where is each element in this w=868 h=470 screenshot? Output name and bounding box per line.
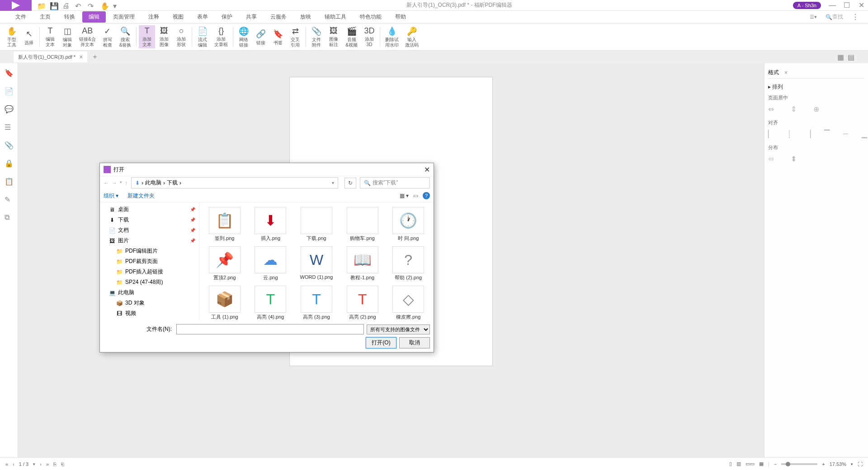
ribbon-添加图像[interactable]: 🖼添加 图像 [156,25,172,48]
minimize-button[interactable]: — [826,0,839,11]
search-box[interactable]: 🔍 查找 [821,12,847,22]
menu-主页[interactable]: 主页 [33,11,57,23]
menu-more-icon[interactable]: ⋮ [852,13,859,21]
menu-dropdown-icon[interactable]: ☰▾ [810,14,817,20]
preview-toggle-button[interactable]: ▭ [413,193,418,199]
form-icon[interactable]: 📋 [5,177,14,186]
redo-icon[interactable]: ↷ [88,2,95,9]
user-badge[interactable]: A - Sh3n [793,2,821,9]
open-icon[interactable]: 📁 [37,2,44,9]
menu-文件[interactable]: 文件 [9,11,33,23]
tree-item[interactable]: 💻此电脑 [100,287,199,298]
file-item[interactable]: ?帮助 (2).png [387,245,430,282]
page-indicator[interactable]: 1 / 3 [19,461,28,467]
ribbon-链接&合并文本[interactable]: AB链接&合 并文本 [76,25,99,48]
hand-icon[interactable]: ✋ [100,2,108,9]
view-continuous-icon[interactable]: ▥ [736,461,741,467]
ribbon-添加文章框[interactable]: {}添加 文章框 [212,25,231,48]
ribbon-输入激活码[interactable]: 🔑输入 激活码 [402,25,421,48]
tree-item[interactable]: 📄文档📌 [100,225,199,235]
attachments-icon[interactable]: 📎 [5,141,14,150]
sb-icon1[interactable]: ⎘ [53,461,57,467]
view-single-icon[interactable]: ▤ [848,53,854,61]
menu-视图[interactable]: 视图 [166,11,190,23]
save-icon[interactable]: 💾 [50,2,57,9]
nav-forward-icon[interactable]: → [112,180,117,186]
ribbon-交叉引用[interactable]: ⇄交叉 引用 [287,25,303,48]
tree-item[interactable]: 🖼图片📌 [100,235,199,246]
ribbon-网络链接[interactable]: 🌐网络 链接 [236,25,252,48]
undo-icon[interactable]: ↶ [75,2,82,9]
ribbon-选择[interactable]: ↖选择 [21,25,37,48]
menu-注释[interactable]: 注释 [142,11,165,23]
menu-特色功能[interactable]: 特色功能 [354,11,388,23]
zoom-level[interactable]: 17.53% [830,461,846,467]
align-center-icon[interactable]: ┊ [787,130,792,139]
qat-more-icon[interactable]: ▾ [113,2,120,9]
nav-history-icon[interactable]: ▾ [120,180,122,186]
tree-item[interactable]: 📦3D 对象 [100,298,199,308]
open-button[interactable]: 打开(O) [366,337,396,348]
file-item[interactable]: 📋签到.png [203,206,246,243]
menu-放映[interactable]: 放映 [294,11,317,23]
dialog-close-icon[interactable]: ✕ [424,165,430,174]
ribbon-编辑对象[interactable]: ◫编辑 对象 [59,25,75,48]
align-bottom-icon[interactable]: ▁ [862,130,867,139]
align-left-icon[interactable]: ▏ [768,130,774,139]
menu-编辑[interactable]: 编辑 [82,11,106,23]
sb-icon2[interactable]: ⎗ [61,461,64,467]
organize-button[interactable]: 组织 ▾ [104,192,118,200]
print-icon[interactable]: 🖨 [62,2,70,9]
last-page-icon[interactable]: » [46,461,49,467]
cancel-button[interactable]: 取消 [399,337,430,348]
page-dropdown-icon[interactable]: ▾ [33,462,35,466]
ribbon-文件附件[interactable]: 📎文件 附件 [308,25,325,48]
tab-close-icon[interactable]: × [79,53,83,61]
tree-item[interactable]: 📁PDF插入超链接 [100,267,199,277]
tree-item[interactable]: 🖥桌面📌 [100,204,199,215]
menu-表单[interactable]: 表单 [191,11,214,23]
tree-item[interactable]: 📁PDF裁剪页面 [100,256,199,267]
document-tab[interactable]: 新人引导(1)_OCR(3).pdf * × [14,52,87,62]
ribbon-图像标注[interactable]: 🖼图像 标注 [326,25,342,48]
tree-item[interactable]: 📁SP24 (47-48周) [100,277,199,287]
file-item[interactable]: ⬇插入.png [249,206,292,243]
align-right-icon[interactable]: ▕ [805,130,811,139]
filetype-filter[interactable]: 所有可支持的图像文件 (*.bmp [367,324,430,334]
refresh-button[interactable]: ↻ [344,178,356,188]
pages-icon[interactable]: 📄 [5,87,14,96]
file-item[interactable]: ◇橡皮擦.png [387,285,430,320]
ribbon-添加文本[interactable]: T添加 文本 [139,25,155,48]
menu-帮助[interactable]: 帮助 [389,11,412,23]
fullscreen-icon[interactable]: ⛶ [858,461,863,467]
file-item[interactable]: 📦工具 (1).png [203,285,246,320]
address-bar[interactable]: ⬇ › 此电脑 › 下载 › ▾ [131,177,338,188]
dialog-search[interactable]: 🔍搜索"下载" [360,177,430,188]
center-both-icon[interactable]: ⊕ [813,105,822,114]
next-page-icon[interactable]: › [40,461,42,467]
ribbon-搜索&替换[interactable]: 🔍搜索 &替换 [117,25,134,48]
folder-tree[interactable]: 🖥桌面📌⬇下载📌📄文档📌🖼图片📌📁PDF编辑图片📁PDF裁剪页面📁PDF插入超链… [100,202,199,320]
menu-页面管理[interactable]: 页面管理 [107,11,141,23]
ribbon-添加形状[interactable]: ○添加 形状 [173,25,189,48]
tree-item[interactable]: 📁PDF编辑图片 [100,246,199,256]
file-item[interactable]: 下载.png [295,206,338,243]
ribbon-链接[interactable]: 🔗链接 [253,25,269,48]
align-top-icon[interactable]: ▔ [824,130,830,139]
view-grid-icon[interactable]: ▦ [837,53,844,61]
compare-icon[interactable]: ⧉ [5,213,14,222]
panel-close-icon[interactable]: × [784,70,788,76]
bookmark-icon[interactable]: 🔖 [5,69,14,78]
file-item[interactable]: 购物车.png [341,206,384,243]
signature-icon[interactable]: ✎ [5,195,14,204]
file-item[interactable]: 📌置顶2.png [203,245,246,282]
ribbon-手型工具[interactable]: ✋手型 工具 [4,25,20,48]
view-facing-icon[interactable]: ▭▭ [745,461,755,467]
distribute-h-icon[interactable]: ⬄ [768,155,777,164]
filename-input[interactable] [176,324,364,334]
align-middle-icon[interactable]: ─ [843,130,848,139]
distribute-v-icon[interactable]: ⬍ [791,155,800,164]
ribbon-删除试用水印[interactable]: 💧删除试 用水印 [382,25,401,48]
file-item[interactable]: 📖教程-1.png [341,245,384,282]
tree-item[interactable]: 🎞视频 [100,308,199,319]
